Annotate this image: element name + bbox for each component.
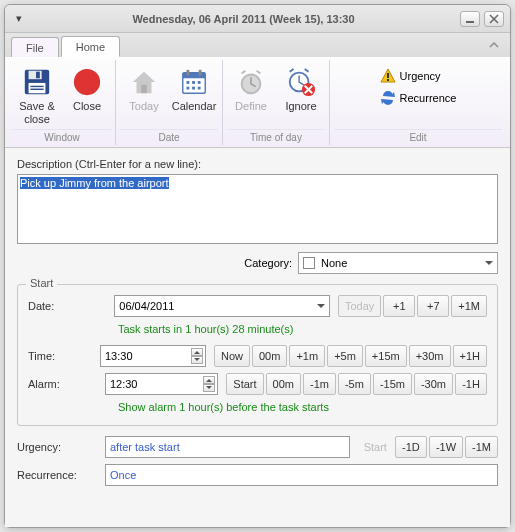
alarm-00m-chip[interactable]: 00m (266, 373, 301, 395)
ribbon-group-edit: Urgency Recurrence Edit (330, 60, 506, 145)
svg-rect-4 (29, 83, 46, 93)
time-now-chip[interactable]: Now (214, 345, 250, 367)
tab-file[interactable]: File (11, 37, 59, 57)
svg-rect-21 (198, 81, 201, 84)
spin-up-icon[interactable] (203, 376, 215, 384)
recurrence-label: Recurrence: (17, 469, 97, 481)
time-plus-1m-chip[interactable]: +1m (289, 345, 325, 367)
quick-access-dropdown-icon[interactable]: ▾ (11, 11, 27, 27)
date-today-chip[interactable]: Today (338, 295, 381, 317)
svg-rect-29 (387, 79, 389, 81)
urgency-start-chip: Start (358, 436, 393, 458)
ribbon-group-time: Define Ignore Time of day (223, 60, 330, 145)
ribbon: Save & close Close Window Today (5, 56, 510, 148)
urgency-button[interactable]: Urgency (376, 66, 461, 86)
date-plus-1m-chip[interactable]: +1M (451, 295, 487, 317)
alarm-input[interactable]: 12:30 (105, 373, 218, 395)
svg-rect-23 (192, 87, 195, 90)
ribbon-group-window: Save & close Close Window (9, 60, 116, 145)
alarm-hint: Show alarm 1 hour(s) before the task sta… (118, 401, 487, 413)
spin-down-icon[interactable] (191, 356, 203, 364)
alarm-spinner[interactable] (203, 375, 215, 393)
save-and-close-button[interactable]: Save & close (13, 62, 61, 129)
start-groupbox: Start Date: 06/04/2011 Today +1 +7 +1M T… (17, 284, 498, 426)
today-button[interactable]: Today (120, 62, 168, 129)
svg-rect-28 (387, 73, 389, 78)
start-date-input[interactable]: 06/04/2011 (114, 295, 330, 317)
category-label: Category: (244, 257, 292, 269)
description-text-selected: Pick up Jimmy from the airport (20, 177, 169, 189)
recurrence-input[interactable]: Once (105, 464, 498, 486)
svg-rect-17 (187, 70, 190, 76)
titlebar: ▾ Wednesday, 06 April 2011 (Week 15), 13… (5, 5, 510, 33)
time-spinner[interactable] (191, 347, 203, 365)
warning-triangle-icon (380, 68, 396, 84)
alarm-minus-30m-chip[interactable]: -30m (414, 373, 453, 395)
urgency-minus-1d-chip[interactable]: -1D (395, 436, 427, 458)
description-label: Description (Ctrl-Enter for a new line): (17, 158, 498, 170)
alarm-clock-icon (235, 66, 267, 98)
minimize-button[interactable] (460, 11, 480, 27)
window-title: Wednesday, 06 April 2011 (Week 15), 13:3… (27, 13, 460, 25)
close-window-button[interactable] (484, 11, 504, 27)
time-plus-30m-chip[interactable]: +30m (409, 345, 451, 367)
svg-rect-16 (183, 73, 206, 79)
alarm-start-chip[interactable]: Start (226, 373, 263, 395)
urgency-label: Urgency: (17, 441, 97, 453)
svg-rect-14 (141, 85, 147, 93)
category-value: None (321, 257, 347, 269)
svg-rect-5 (30, 86, 43, 87)
time-plus-15m-chip[interactable]: +15m (365, 345, 407, 367)
recurrence-button[interactable]: Recurrence (376, 88, 461, 108)
collapse-ribbon-icon[interactable] (486, 37, 502, 53)
svg-rect-0 (466, 21, 474, 23)
ribbon-tabstrip: File Home (5, 33, 510, 57)
spin-up-icon[interactable] (191, 348, 203, 356)
time-00m-chip[interactable]: 00m (252, 345, 287, 367)
alarm-label: Alarm: (28, 378, 97, 390)
alarm-minus-15m-chip[interactable]: -15m (373, 373, 412, 395)
chevron-down-icon (317, 304, 325, 312)
form-body: Description (Ctrl-Enter for a new line):… (5, 148, 510, 527)
svg-rect-20 (192, 81, 195, 84)
time-plus-1h-chip[interactable]: +1H (453, 345, 488, 367)
description-input[interactable]: Pick up Jimmy from the airport (17, 174, 498, 244)
date-plus-7-chip[interactable]: +7 (417, 295, 449, 317)
no-entry-icon (71, 66, 103, 98)
alarm-minus-1m-chip[interactable]: -1m (303, 373, 336, 395)
alarm-minus-1h-chip[interactable]: -1H (455, 373, 487, 395)
urgency-input[interactable]: after task start (105, 436, 350, 458)
define-time-button[interactable]: Define (227, 62, 275, 129)
recurrence-arrows-icon (380, 90, 396, 106)
svg-rect-3 (36, 72, 40, 79)
start-date-label: Date: (28, 300, 106, 312)
close-button[interactable]: Close (63, 62, 111, 129)
svg-rect-24 (198, 87, 201, 90)
date-plus-1-chip[interactable]: +1 (383, 295, 415, 317)
calendar-button[interactable]: Calendar (170, 62, 218, 129)
ignore-time-button[interactable]: Ignore (277, 62, 325, 129)
start-date-hint: Task starts in 1 hour(s) 28 minute(s) (118, 323, 487, 335)
calendar-icon (178, 66, 210, 98)
svg-rect-22 (187, 87, 190, 90)
start-time-label: Time: (28, 350, 92, 362)
alarm-clock-cancel-icon (285, 66, 317, 98)
time-plus-5m-chip[interactable]: +5m (327, 345, 363, 367)
ribbon-group-date: Today Calendar Date (116, 60, 223, 145)
svg-rect-18 (199, 70, 202, 76)
start-legend: Start (26, 277, 57, 289)
task-editor-window: ▾ Wednesday, 06 April 2011 (Week 15), 13… (4, 4, 511, 528)
urgency-minus-1w-chip[interactable]: -1W (429, 436, 463, 458)
house-icon (128, 66, 160, 98)
svg-rect-19 (187, 81, 190, 84)
svg-rect-6 (30, 89, 43, 90)
start-time-input[interactable]: 13:30 (100, 345, 206, 367)
category-color-swatch (303, 257, 315, 269)
category-dropdown[interactable]: None (298, 252, 498, 274)
spin-down-icon[interactable] (203, 384, 215, 392)
alarm-minus-5m-chip[interactable]: -5m (338, 373, 371, 395)
floppy-disk-icon (21, 66, 53, 98)
urgency-minus-1m-chip[interactable]: -1M (465, 436, 498, 458)
tab-home[interactable]: Home (61, 36, 120, 57)
